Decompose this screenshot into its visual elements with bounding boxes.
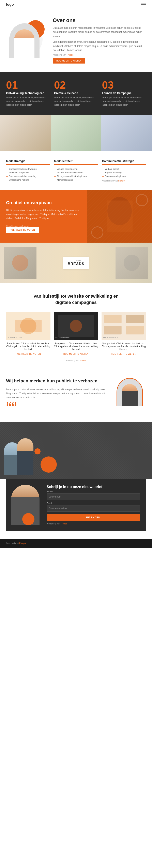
strategy-1-list: Concurrerende merkwaarde Audit van het p… (6, 167, 50, 182)
strategy-col-1: Merk strategie Concurrerende merkwaarde … (6, 159, 50, 182)
creative-credit-link[interactable]: Freepik (22, 225, 29, 227)
creative-section: Creatief ontwerpteam Dit dit ipsum dolor… (0, 190, 152, 243)
photo-2 (51, 115, 101, 151)
email-input[interactable] (47, 505, 140, 512)
strategy-1-title: Merk strategie (6, 159, 50, 165)
strategies-credit-link[interactable]: Freepik (118, 180, 125, 182)
breads-logo-top: ORGANIC (68, 259, 84, 262)
svg-rect-8 (126, 315, 144, 323)
step-2-title: Creatie & Selectie (54, 91, 98, 95)
campaigns-heading: Van huisstijl tot website ontwikkeling e… (25, 293, 127, 306)
list-item: Strategische richting (6, 178, 50, 182)
campaign-label-2: VOORBEELD #02 (55, 337, 97, 339)
team-figure-2 (17, 438, 33, 475)
campaign-card-3: VOORBEELD #03 Sample text. Click to sele… (102, 312, 146, 355)
step-1-title: Ontwikkeling Technologieën (6, 91, 50, 95)
about-credit-link[interactable]: Freepik (67, 54, 73, 56)
campaign-img-svg-3 (102, 312, 146, 340)
hamburger-menu[interactable] (141, 3, 146, 6)
svg-point-6 (70, 320, 82, 332)
strategy-col-3: Communicatie strategie Verbale dienst Ta… (102, 159, 146, 182)
creative-text: Dit dit ipsum dolor sit amet consectetur… (6, 208, 81, 221)
step-1-number: 01 (6, 80, 50, 90)
about-paragraph-2: Lorem ipsum dolor sit amet, consectetur … (53, 40, 146, 52)
step-2-number: 02 (54, 80, 98, 90)
campaign-card-1-link[interactable]: HOE MEER TE WETEN (16, 353, 41, 355)
campaigns-section: Van huisstijl tot website ontwikkeling e… (0, 283, 152, 368)
footer-text: Gebouwd met Freepik (6, 542, 26, 545)
help-text-area: Wij helpen merken hun publiek te verbaze… (6, 378, 107, 412)
team-section (0, 422, 152, 479)
campaign-card-1: VOORBEELD #01 Sample text. Click to sele… (6, 312, 50, 355)
campaign-card-2-link[interactable]: HOE MEER TE WETEN (64, 353, 89, 355)
newsletter-submit-button[interactable]: INZENDEN (47, 514, 140, 521)
svg-rect-4 (15, 320, 42, 332)
help-image-area (113, 378, 146, 406)
step-1: 01 Ontwikkeling Technologieën Lorem ipsu… (6, 80, 50, 106)
campaign-card-1-title: Sample text. Click to select the text bo… (6, 342, 50, 351)
header: logo (0, 0, 152, 9)
svg-rect-10 (126, 326, 144, 335)
help-text: Lorem ipsum dolor sit amet consectetur a… (6, 388, 107, 400)
step-1-text: Lorem ipsum dolor sit amet, consectetur … (6, 96, 50, 106)
campaign-img-svg-1 (6, 312, 50, 340)
email-field-group: Email (47, 502, 140, 512)
campaign-image-3: VOORBEELD #03 (102, 312, 146, 340)
help-title: Wij helpen merken hun publiek te verbaze… (6, 378, 107, 384)
name-input[interactable] (47, 494, 140, 500)
breads-section: ORGANIC BREADS (0, 243, 152, 283)
about-paragraph-1: Duis aute irure dolor in reprehenderit i… (53, 26, 146, 38)
svg-rect-7 (104, 315, 122, 323)
strategy-col-2: Merkidentiteit Visuele positionering Vis… (54, 159, 98, 182)
creative-image (87, 190, 152, 243)
strategy-2-list: Visuele positionering Visueel identiteit… (54, 167, 98, 182)
creative-credit: Afbeeldingen van Freepik (6, 225, 81, 227)
avatar-figure (14, 29, 34, 58)
creative-cta-button[interactable]: HOE MEER TE WETEN (6, 227, 39, 233)
campaign-card-2: VOORBEELD #02 Sample text. Click to sele… (54, 312, 98, 355)
menu-line-3 (141, 6, 146, 6)
help-avatar (117, 378, 143, 406)
step-2-text: Lorem ipsum dolor sit amet, consectetur … (54, 96, 98, 106)
about-credit: Afbeelding van Freepik (53, 54, 146, 56)
menu-line-1 (141, 3, 146, 3)
about-image-area (6, 23, 47, 58)
list-item: Audit van het publiek (6, 171, 50, 175)
breads-left-decor (4, 247, 36, 279)
campaigns-credit: Afbeelding van Freepik (6, 360, 146, 362)
photo-strip (0, 115, 152, 151)
breads-right-decor (116, 247, 148, 279)
creative-title: Creatief ontwerpteam (6, 200, 81, 205)
list-item: Visueel identiteitssysteem (54, 171, 98, 175)
step-3: 03 Launch de Campagne Lorem ipsum dolor … (102, 80, 146, 106)
footer-link[interactable]: Freepik (19, 542, 26, 545)
help-avatar-figure (122, 384, 138, 406)
photo-1 (0, 115, 51, 151)
about-text: Over ons Duis aute irure dolor in repreh… (47, 17, 146, 64)
svg-rect-2 (107, 200, 132, 232)
list-item: Communicatiegidsen (102, 175, 146, 178)
strategy-3-list: Verbale dienst Tagline-verfijning Commun… (102, 167, 146, 178)
step-2: 02 Creatie & Selectie Lorem ipsum dolor … (54, 80, 98, 106)
campaign-label-1: VOORBEELD #01 (8, 337, 49, 339)
help-section: Wij helpen merken hun publiek te verbaze… (0, 368, 152, 422)
campaigns-credit-link[interactable]: Freepik (80, 360, 86, 362)
breads-circle (12, 255, 28, 271)
steps-section: 01 Ontwikkeling Technologieën Lorem ipsu… (0, 72, 152, 115)
step-3-number: 03 (102, 80, 146, 90)
about-cta-button[interactable]: HOE MEER TE WETEN (53, 58, 85, 64)
list-item: Visuele positionering (54, 167, 98, 171)
list-item: Merkpresentatie (54, 178, 98, 182)
newsletter-credit-link[interactable]: Freepik (60, 523, 67, 525)
list-item: Concurrerende beoordeling (6, 175, 50, 178)
name-label: Naam (47, 490, 140, 493)
logo: logo (6, 2, 14, 7)
team-photo-area (0, 422, 152, 479)
campaign-card-3-link[interactable]: HOE MEER TE WETEN (111, 353, 136, 355)
strategies-credit: Afbeeldingen van Freepik (102, 180, 146, 182)
newsletter-title: Schrijf je in op onze nieuwsbrief (47, 485, 140, 489)
help-quote: ““ (6, 404, 107, 412)
newsletter-credit: Afbeelding van Freepik (47, 523, 140, 525)
campaign-cards-container: VOORBEELD #01 Sample text. Click to sele… (6, 312, 146, 355)
team-orange-circle (41, 457, 57, 473)
